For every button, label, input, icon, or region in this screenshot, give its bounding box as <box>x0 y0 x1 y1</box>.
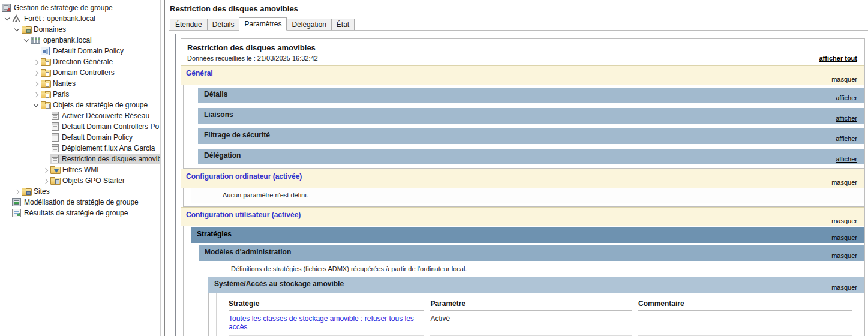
tree-item-gpo-default-domain-policy[interactable]: Default Domain Policy <box>0 132 160 143</box>
section-general[interactable]: Général masquer <box>181 65 864 85</box>
show-all-link[interactable]: afficher tout <box>819 55 857 62</box>
toggle-computer-config[interactable]: masquer <box>831 179 857 186</box>
subsection-details[interactable]: Détails afficher <box>198 88 864 103</box>
chevron-collapsed-icon[interactable] <box>41 165 50 175</box>
tree-item-label: Default Domain Policy <box>53 46 125 56</box>
tree-item-label: Déploiement f.lux Ana Garcia <box>62 143 157 153</box>
policy-comment <box>638 311 852 336</box>
tree-item-gpo-restriction-disques[interactable]: Restriction des disques amovib <box>0 154 160 164</box>
col-header-strategie: Stratégie <box>229 298 424 311</box>
tab-details[interactable]: Détails <box>207 19 240 30</box>
subsection-removable-storage[interactable]: Système/Accès au stockage amovible masqu… <box>208 277 864 293</box>
chevron-collapsed-icon[interactable] <box>31 57 41 67</box>
tree-item-label: Gestion de stratégie de groupe <box>14 3 115 13</box>
chevron-collapsed-icon[interactable] <box>41 176 50 185</box>
chevron-collapsed-icon[interactable] <box>12 187 22 196</box>
chevron-expanded-icon[interactable] <box>12 25 22 34</box>
tab-etat[interactable]: État <box>331 19 355 30</box>
chevron-expanded-icon[interactable] <box>2 14 12 23</box>
tree-item-gpo-default-dc-policy[interactable]: Default Domain Controllers Po <box>0 121 160 132</box>
toggle-filtrage[interactable]: afficher <box>836 135 857 142</box>
results-icon <box>12 209 21 217</box>
chevron-collapsed-icon[interactable] <box>31 68 41 77</box>
tree-item-default-domain-policy-link[interactable]: Default Domain Policy <box>0 46 160 56</box>
chevron-spacer <box>41 143 50 153</box>
tab-strip: Étendue Détails Paramètres Délégation Ét… <box>169 17 868 31</box>
gpmc-window: Gestion de stratégie de groupe Forêt : o… <box>0 0 868 336</box>
domains-folder-icon <box>22 25 31 34</box>
tree-item-modeling[interactable]: Modélisation de stratégie de groupe <box>0 197 160 208</box>
tree-item-label: Default Domain Policy <box>62 133 134 142</box>
subsection-filtrage[interactable]: Filtrage de sécurité afficher <box>198 128 864 144</box>
toggle-liaisons[interactable]: afficher <box>836 115 857 122</box>
chevron-spacer <box>31 46 41 56</box>
starter-gpo-folder-icon <box>50 176 59 185</box>
subsection-strategies[interactable]: Stratégies masquer <box>191 227 864 243</box>
settings-report: Restriction des disques amovibles Donnée… <box>175 34 866 336</box>
section-user-config[interactable]: Configuration utilisateur (activée) masq… <box>181 207 864 226</box>
col-header-parametre: Paramètre <box>430 298 632 311</box>
tree-item-label: Default Domain Controllers Po <box>62 122 161 131</box>
toggle-user-config[interactable]: masquer <box>831 217 857 224</box>
toggle-admin-templates[interactable]: masquer <box>831 252 857 259</box>
gpo-link-icon <box>41 47 50 55</box>
toggle-removable-storage[interactable]: masquer <box>831 284 857 291</box>
chevron-collapsed-icon[interactable] <box>31 79 41 88</box>
section-computer-title: Configuration ordinateur (activée) <box>186 172 302 181</box>
tree-item-label: Forêt : openbank.local <box>24 14 97 23</box>
tab-parametres[interactable]: Paramètres <box>239 17 287 31</box>
admx-note: Définitions de stratégies (fichiers ADMX… <box>231 265 864 272</box>
tree-item-label: Activer Découverte Réseau <box>62 111 151 121</box>
chevron-spacer <box>41 111 50 121</box>
section-general-title: Général <box>186 69 213 77</box>
tree-item-wmi-filters[interactable]: Filtres WMI <box>0 164 160 175</box>
subsection-liaisons[interactable]: Liaisons afficher <box>198 108 864 124</box>
sites-folder-icon <box>22 187 31 196</box>
ou-folder-icon <box>41 90 50 98</box>
toggle-details[interactable]: afficher <box>836 94 857 101</box>
tree-item-ou-nantes[interactable]: Nantes <box>0 78 160 89</box>
subsection-delegation[interactable]: Délégation afficher <box>198 149 864 164</box>
tree-item-forest[interactable]: Forêt : openbank.local <box>0 13 160 24</box>
tree-item-domains[interactable]: Domaines <box>0 24 160 35</box>
tree-item-label: Filtres WMI <box>62 165 101 175</box>
chevron-expanded-icon[interactable] <box>31 100 41 110</box>
tab-etendue[interactable]: Étendue <box>170 19 208 30</box>
settings-table-wrap: Stratégie Paramètre Commentaire Toutes l… <box>216 293 864 336</box>
tree-item-domain-openbank[interactable]: openbank.local <box>0 35 160 46</box>
tree-item-gpo-activer-decouverte[interactable]: Activer Découverte Réseau <box>0 110 160 121</box>
tree-item-label: Paris <box>53 89 71 99</box>
tree-item-label: Domaines <box>34 25 68 34</box>
chevron-spacer <box>2 197 12 207</box>
tree-item-sites[interactable]: Sites <box>0 186 160 197</box>
report-title: Restriction des disques amovibles <box>187 43 858 52</box>
tree-item-gpo-objects[interactable]: Objets de stratégie de groupe <box>0 100 160 110</box>
panel-splitter[interactable] <box>161 0 165 336</box>
section-user-title: Configuration utilisateur (activée) <box>186 211 301 219</box>
tree-item-results[interactable]: Résultats de stratégie de groupe <box>0 208 160 218</box>
subsection-admin-templates[interactable]: Modèles d'administration masquer <box>199 245 864 261</box>
tab-delegation[interactable]: Délégation <box>286 19 331 30</box>
page-title: Restriction des disques amovibles <box>170 4 868 13</box>
tree-item-label: Objets GPO Starter <box>62 176 127 185</box>
tree-item-gpo-deploiement-flux[interactable]: Déploiement f.lux Ana Garcia <box>0 143 160 154</box>
computer-config-container: Aucun paramètre n'est défini. <box>183 188 864 207</box>
toggle-strategies[interactable]: masquer <box>831 234 857 241</box>
domain-icon <box>31 37 40 44</box>
policy-link[interactable]: Toutes les classes de stockage amovible … <box>229 314 414 331</box>
section-computer-config[interactable]: Configuration ordinateur (activée) masqu… <box>181 169 864 188</box>
chevron-expanded-icon[interactable] <box>22 35 31 45</box>
tree-item-label: openbank.local <box>43 35 94 45</box>
tree-item-ou-domain-controllers[interactable]: Domain Controllers <box>0 67 160 78</box>
toggle-delegation[interactable]: afficher <box>836 155 857 163</box>
tree-item-root[interactable]: Gestion de stratégie de groupe <box>0 2 160 13</box>
toggle-general[interactable]: masquer <box>831 76 857 83</box>
tree-item-starter-gpos[interactable]: Objets GPO Starter <box>0 175 160 186</box>
tree-item-ou-direction-generale[interactable]: Direction Générale <box>0 56 160 67</box>
chevron-collapsed-icon[interactable] <box>31 89 41 99</box>
selected-highlight: Restriction des disques amovib <box>50 154 161 164</box>
report-header: Restriction des disques amovibles Donnée… <box>181 39 864 65</box>
tree-item-ou-paris[interactable]: Paris <box>0 89 160 100</box>
tree-item-label: Direction Générale <box>53 57 115 67</box>
table-row: Toutes les classes de stockage amovible … <box>229 311 852 336</box>
